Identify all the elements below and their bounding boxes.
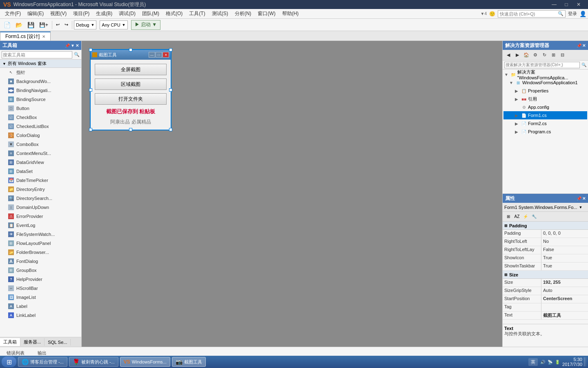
toolbox-item-button[interactable]: □ Button bbox=[0, 104, 81, 113]
tree-item-program[interactable]: ▶ 📄 Program.cs bbox=[503, 128, 587, 136]
props-value-size[interactable]: 192, 255 bbox=[541, 279, 588, 287]
tab-close-btn[interactable]: ✕ bbox=[42, 34, 45, 39]
resize-handle-bottom-center[interactable] bbox=[129, 128, 132, 131]
props-value-showintaskbar[interactable]: True bbox=[541, 263, 588, 270]
toolbox-item-checkbox[interactable]: ☑ CheckBox bbox=[0, 113, 81, 122]
toolbox-search-input[interactable] bbox=[2, 51, 72, 58]
props-events-btn[interactable]: ⚡ bbox=[521, 213, 530, 220]
toolbox-pin-btn[interactable]: 📌 bbox=[65, 43, 70, 48]
taskbar-btn-heart[interactable]: 🌹 被刺青的心跳 -... bbox=[69, 357, 118, 367]
menu-tools[interactable]: 工具(T) bbox=[186, 9, 208, 18]
props-object-dropdown[interactable]: ▼ bbox=[579, 205, 582, 209]
solution-search-input[interactable] bbox=[504, 62, 580, 68]
toolbox-item-directorysearch[interactable]: 🔍 DirectorySearch... bbox=[0, 194, 81, 203]
solution-settings-btn[interactable]: ⚙ bbox=[531, 51, 539, 59]
menu-debug[interactable]: 调试(D) bbox=[116, 9, 139, 18]
props-close-btn[interactable]: ✕ bbox=[582, 196, 586, 201]
tab-form1-designer[interactable]: Form1.cs [设计] ✕ bbox=[0, 31, 51, 40]
props-value-righttoleftlay[interactable]: False bbox=[541, 246, 588, 254]
toolbar-new[interactable]: 📄 bbox=[2, 20, 13, 30]
sql-explorer-tab[interactable]: SQL Se... bbox=[45, 339, 71, 346]
toolbox-item-backgroundworker[interactable]: ■ BackgroundWo... bbox=[0, 77, 81, 86]
taskbar-btn-capture[interactable]: 📷 截图工具 bbox=[172, 357, 206, 367]
props-value-righttoleft[interactable]: No bbox=[541, 238, 588, 246]
toolbox-item-flowlayoutpanel[interactable]: ⊞ FlowLayoutPanel bbox=[0, 239, 81, 248]
menu-help[interactable]: 帮助(H) bbox=[279, 9, 302, 18]
toolbox-item-folderbrowser[interactable]: 📂 FolderBrowser... bbox=[0, 248, 81, 257]
login-label[interactable]: 登录 bbox=[568, 11, 577, 17]
toolbox-item-checkedlistbox[interactable]: ☑ CheckedListBox bbox=[0, 122, 81, 131]
solution-collapse-btn[interactable]: ⊟ bbox=[558, 51, 566, 59]
menu-file[interactable]: 文件(F) bbox=[2, 9, 24, 18]
start-button[interactable]: ▶ 启动 ▼ bbox=[131, 20, 161, 30]
toolbox-item-hscrollbar[interactable]: ↔ HScrollBar bbox=[0, 284, 81, 293]
toolbox-close-btn[interactable]: ✕ bbox=[76, 43, 79, 48]
toolbox-item-bindingnavigator[interactable]: ◀▶ BindingNavigati... bbox=[0, 86, 81, 95]
solution-home-btn[interactable]: 🏠 bbox=[522, 51, 530, 59]
solution-pin-btn[interactable]: 📌 bbox=[577, 43, 581, 48]
resize-handle-top-center[interactable] bbox=[129, 48, 132, 52]
form-maximize-btn[interactable]: □ bbox=[156, 52, 162, 58]
resize-handle-mid-left[interactable] bbox=[89, 88, 92, 92]
menu-project[interactable]: 项目(P) bbox=[70, 9, 93, 18]
toolbox-tab[interactable]: 工具箱 bbox=[0, 338, 20, 346]
solution-forward-btn[interactable]: ▶ bbox=[513, 51, 521, 59]
toolbox-item-groupbox[interactable]: ⊞ GroupBox bbox=[0, 266, 81, 275]
toolbox-item-dataset[interactable]: ⊞ DataSet bbox=[0, 167, 81, 176]
toolbox-menu-btn[interactable]: ▼ bbox=[71, 43, 75, 48]
tree-item-references[interactable]: ▶ ■■ 引用 bbox=[503, 95, 587, 103]
tree-item-form2[interactable]: ▶ 📄 Form2.cs bbox=[503, 119, 587, 128]
resize-handle-top-left[interactable] bbox=[89, 48, 92, 52]
resize-handle-bottom-left[interactable] bbox=[89, 128, 92, 131]
maximize-button[interactable]: □ bbox=[560, 0, 572, 9]
toolbox-item-datagridview[interactable]: ⊞ DataGridView bbox=[0, 158, 81, 167]
toolbox-item-helpprovider[interactable]: ? HelpProvider bbox=[0, 275, 81, 284]
props-value-showicon[interactable]: True bbox=[541, 254, 588, 262]
solution-refresh-btn[interactable]: ↻ bbox=[540, 51, 548, 59]
toolbox-item-contextmenu[interactable]: ≡ ContextMenuSt... bbox=[0, 149, 81, 158]
menu-test[interactable]: 测试(S) bbox=[209, 9, 232, 18]
tree-item-appconfig[interactable]: ⚙ App.config bbox=[503, 103, 587, 111]
menu-edit[interactable]: 编辑(E) bbox=[24, 9, 47, 18]
toolbar-saveall[interactable]: 💾+ bbox=[37, 20, 50, 30]
start-button[interactable]: ⊞ bbox=[2, 357, 16, 367]
server-explorer-tab[interactable]: 服务器... bbox=[20, 338, 45, 346]
form-close-btn[interactable]: ✕ bbox=[163, 52, 169, 58]
toolbox-item-bindingsource[interactable]: ⊞ BindingSource bbox=[0, 95, 81, 104]
menu-view[interactable]: 视图(V) bbox=[47, 9, 70, 18]
menu-format[interactable]: 格式(O) bbox=[163, 9, 186, 18]
region-capture-btn[interactable]: 区域截图 bbox=[95, 79, 167, 90]
toolbox-item-datetimepicker[interactable]: 📅 DateTimePicker bbox=[0, 176, 81, 185]
toolbox-item-eventlog[interactable]: 📋 EventLog bbox=[0, 221, 81, 230]
toolbox-item-label[interactable]: A Label bbox=[0, 302, 81, 311]
tree-item-properties[interactable]: ▶ 📋 Properties bbox=[503, 87, 587, 95]
toolbar-redo[interactable]: ↪ bbox=[62, 20, 70, 30]
props-value-sizegripstyle[interactable]: Auto bbox=[541, 287, 588, 295]
toolbox-item-fontdialog[interactable]: A FontDialog bbox=[0, 257, 81, 266]
platform-dropdown[interactable]: Any CPU ▼ bbox=[100, 20, 127, 29]
toolbox-item-colordialog[interactable]: 🎨 ColorDialog bbox=[0, 131, 81, 140]
toolbox-item-pointer[interactable]: ↖ 指针 bbox=[0, 68, 81, 77]
toolbox-item-errorprovider[interactable]: ⚠ ErrorProvider bbox=[0, 212, 81, 221]
toolbar-open[interactable]: 📂 bbox=[13, 20, 24, 30]
minimize-button[interactable]: — bbox=[548, 0, 560, 9]
toolbox-item-imagelist[interactable]: 🖼 ImageList bbox=[0, 293, 81, 302]
toolbox-item-combobox[interactable]: ▼ ComboBox bbox=[0, 140, 81, 149]
resize-handle-bottom-right[interactable] bbox=[169, 128, 172, 131]
resize-handle-top-right[interactable] bbox=[169, 48, 172, 52]
full-screen-capture-btn[interactable]: 全屏截图 bbox=[95, 64, 167, 75]
menu-analyze[interactable]: 分析(N) bbox=[232, 9, 255, 18]
designer-area[interactable]: 截图工具 — □ ✕ 全屏截图 区域截图 打开文件夹 截图已保存到 粘贴板 阿康… bbox=[82, 41, 502, 347]
resize-handle-mid-right[interactable] bbox=[169, 88, 172, 92]
toolbox-item-domainupdown[interactable]: ↕ DomainUpDown bbox=[0, 203, 81, 212]
menu-team[interactable]: 团队(M) bbox=[139, 9, 163, 18]
menu-window[interactable]: 窗口(W) bbox=[254, 9, 278, 18]
solution-expand-btn[interactable]: ⊞ bbox=[549, 51, 557, 59]
toolbar-save[interactable]: 💾 bbox=[25, 20, 36, 30]
tree-item-solution[interactable]: ▼ 📁 解决方案 "WindowsFormsApplica... bbox=[503, 70, 587, 79]
quick-search-input[interactable] bbox=[500, 11, 557, 16]
form-minimize-btn[interactable]: — bbox=[149, 52, 155, 58]
taskbar-btn-vs[interactable]: VS WindowsForms... bbox=[120, 357, 170, 367]
props-value-startposition[interactable]: CenterScreen bbox=[541, 295, 588, 303]
toolbox-item-filesystemwatcher[interactable]: 👁 FileSystemWatch... bbox=[0, 230, 81, 239]
